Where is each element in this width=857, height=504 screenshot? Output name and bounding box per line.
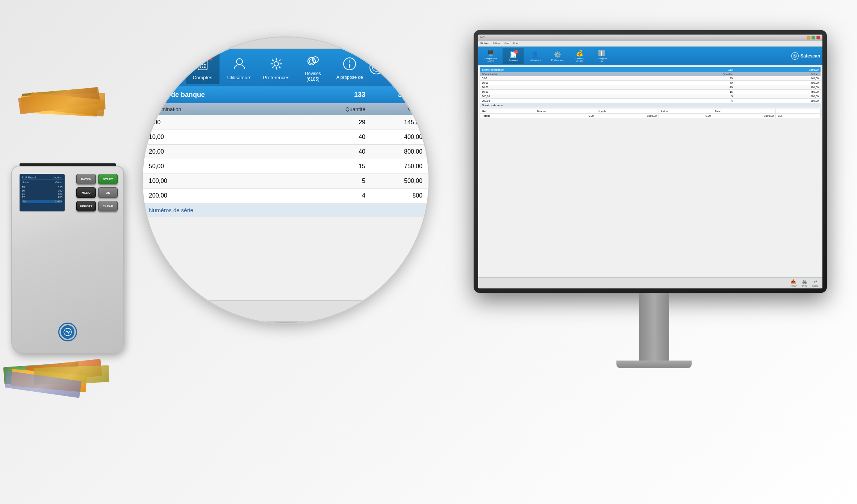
screen-highlight-value: 2.645 <box>55 200 62 203</box>
svg-point-7 <box>165 59 167 62</box>
mag-tb-apropos[interactable]: i A propose de <box>333 51 366 84</box>
mag-tb-preferences-label: Préférences <box>263 75 289 80</box>
batch-button[interactable]: BATCH <box>76 174 96 184</box>
mag-tb-utilisateurs[interactable]: Utilisateurs <box>223 51 256 84</box>
small-print-label: Print <box>802 285 807 287</box>
mag-safescan-logo: Safescan <box>369 61 422 74</box>
small-col-valuer: Valuer <box>734 72 821 76</box>
screen-row4-units: 17 <box>22 196 25 199</box>
small-dr6-qty: 4 <box>646 99 734 103</box>
circle-shadow <box>173 321 398 323</box>
small-tb-preferences-label: Préférences <box>551 59 563 61</box>
mag-menu-vue[interactable]: Vue <box>170 40 179 46</box>
small-tb-devises[interactable]: 💰 Devises(6185) <box>569 48 590 64</box>
mag-export-label: Export <box>368 315 381 321</box>
mag-menu-aide[interactable]: Aide <box>187 40 197 46</box>
mag-devises-icon <box>304 53 322 69</box>
bills-top <box>15 91 120 136</box>
small-export-button[interactable]: 📤 Export <box>790 279 797 287</box>
small-tb-compte-live-label: Compte Live(6185) <box>485 57 497 62</box>
mag-tb-comptes[interactable]: 1 Comptes <box>186 51 220 84</box>
mag-dr2-denom: 10,00 <box>143 130 314 145</box>
small-dr2-val: 400,00 <box>734 81 821 85</box>
small-serial-label: Numéros de série <box>480 103 821 108</box>
small-tb-compte-live[interactable]: 🖥️ Compte Live(6185) <box>480 48 501 64</box>
small-print-button[interactable]: 🖨️ Print <box>802 279 807 287</box>
small-footer-banque-label: Banque <box>535 109 596 114</box>
mag-tb-devises[interactable]: Devises(6185) <box>296 51 330 84</box>
ok-button[interactable]: OK <box>98 187 118 198</box>
small-tb-utilisateurs-label: Utilisateurs <box>530 59 541 61</box>
small-menu-vue[interactable]: Vue <box>504 42 509 45</box>
mag-tb-compte-live-label: Compte Live(6185) <box>153 71 178 82</box>
mag-menubar: Editer Vue Aide <box>143 38 428 49</box>
mag-tb-compte-live[interactable]: Compte Live(6185) <box>149 51 183 84</box>
clear-button[interactable]: CLEAR <box>98 201 118 211</box>
small-dr4-qty: 15 <box>646 90 734 94</box>
machine-logo <box>58 323 77 341</box>
small-footer-autres-label: Autres <box>659 109 713 114</box>
screen-row2-units: 16 <box>22 189 25 192</box>
machine-screen: EUR Report Imprimir Unités Valeur 23 115… <box>20 174 65 211</box>
mag-col-denomination: Dénomination <box>143 103 314 115</box>
small-col-quantite: Quantité <box>646 72 734 76</box>
menu-button[interactable]: MENU <box>76 187 96 198</box>
small-print-icon: 🖨️ <box>802 279 807 284</box>
mag-toolbar: Compte Live(6185) 1 <box>143 49 428 86</box>
small-menu-fichier[interactable]: Fichier <box>480 42 489 45</box>
screen-row2-value: 160 <box>58 189 62 192</box>
table-row: 200,00 4 800 <box>143 189 428 203</box>
small-app-content: Billets de banque 133 3395,00 Dénominati… <box>478 65 822 277</box>
mag-dr3-denom: 20,00 <box>143 145 314 159</box>
small-menu-aide[interactable]: Aide <box>512 42 518 45</box>
small-tb-comptes[interactable]: 🧾 1 Comptes <box>503 48 524 64</box>
machine-container: EUR Report Imprimir Unités Valeur 23 115… <box>0 0 143 504</box>
small-tb-apropos[interactable]: ℹ️ A proposede <box>591 48 612 64</box>
small-app-title: MC! <box>480 36 485 39</box>
mag-tbl-count: 133 <box>314 86 371 103</box>
small-tb-utilisateurs[interactable]: 👤 Utilisateurs <box>525 48 546 64</box>
mag-tb-utilisateurs-label: Utilisateurs <box>227 75 251 80</box>
small-dr3-val: 800,00 <box>734 85 821 90</box>
mag-menu-editer[interactable]: Editer <box>149 40 163 46</box>
magnify-content: Editer Vue Aide Compte Live(6185) <box>143 38 428 323</box>
small-dr5-qty: 5 <box>646 94 734 99</box>
svg-point-11 <box>202 64 203 65</box>
report-button[interactable]: REPORT <box>76 201 96 211</box>
mag-print-button[interactable]: Print <box>390 303 399 321</box>
mag-print-label: Print <box>390 315 399 321</box>
svg-point-16 <box>236 59 242 65</box>
mag-dr1-val: 145,00 <box>371 115 428 130</box>
small-tbl-count: 133 <box>646 67 734 72</box>
small-dr5-denom: 100,00 <box>480 94 646 99</box>
small-export-icon: 📤 <box>790 279 796 284</box>
small-dr1-denom: 5,00 <box>480 76 646 81</box>
monitor-frame: ⟳ ↺ ▬ + ↩ MC! Fichier Editer <box>474 30 827 293</box>
screen-highlight-units: 76 <box>23 200 26 203</box>
small-tb-preferences[interactable]: ⚙️ Préférences <box>547 48 568 64</box>
svg-point-13 <box>200 66 201 68</box>
mag-app-content: Billets de banque 133 3395,00 Dénominati… <box>143 86 428 300</box>
mag-col-valuer: Valuer <box>371 103 428 115</box>
small-devises-icon: 💰 <box>576 50 583 57</box>
mag-tbl-total: 3395,00 <box>371 86 428 103</box>
mag-col-quantite: Quantité <box>314 103 371 115</box>
small-dr4-denom: 50,00 <box>480 90 646 94</box>
mag-dr6-qty: 4 <box>314 189 371 203</box>
mag-close-button[interactable]: Close <box>408 303 419 321</box>
small-close-button[interactable]: ↩ Close <box>812 279 819 287</box>
machine-body: EUR Report Imprimir Unités Valeur 23 115… <box>11 166 124 353</box>
small-comptes-badge: 1 <box>514 50 518 54</box>
monitor-container: ⟳ ↺ ▬ + ↩ MC! Fichier Editer <box>474 30 834 473</box>
start-button[interactable]: START <box>98 174 118 184</box>
small-tbl-total: 3395,00 <box>734 67 821 72</box>
mag-tb-preferences[interactable]: Préférences <box>259 51 293 84</box>
small-dr6-val: 800,00 <box>734 99 821 103</box>
mag-comptes-icon: 1 <box>194 55 211 72</box>
table-row: 10,00 40 400,00 <box>143 130 428 145</box>
mag-dr3-qty: 40 <box>314 145 371 159</box>
mag-export-button[interactable]: Export <box>368 303 381 321</box>
small-dr4-val: 750,00 <box>734 90 821 94</box>
small-footer-banque-val: 0,00 <box>535 114 596 118</box>
small-menu-editer[interactable]: Editer <box>493 42 500 45</box>
